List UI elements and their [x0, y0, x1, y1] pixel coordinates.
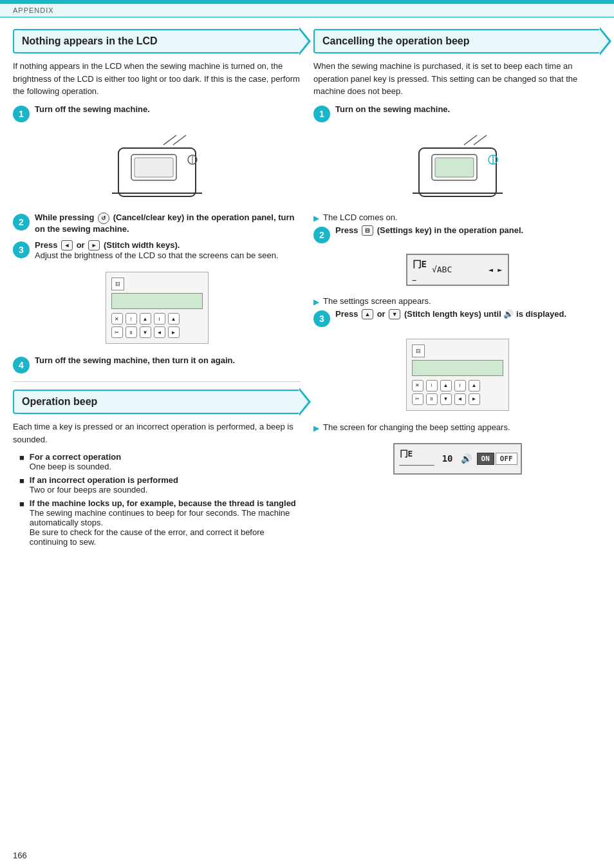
right-header-arrow-inner — [599, 29, 609, 53]
beep-display-icon: 冂E────────── — [400, 448, 434, 469]
btn-x: ✕ — [111, 313, 123, 325]
bullet-2: ■ If an incorrect operation is performed… — [19, 475, 301, 495]
beep-display-diagram: 冂E────────── 10 🔊 ON OFF — [313, 439, 601, 478]
panel-diagram: ⊟ ✕ ! ▲ I ▲ ✂ II ▼ ◄ ► — [13, 267, 301, 349]
right-section-title: Cancelling the operation beep — [322, 35, 469, 47]
right-key-icon: ► — [88, 240, 100, 250]
right-body-text: When the sewing machine is purchased, it… — [313, 60, 601, 98]
on-off-group: ON OFF — [477, 453, 517, 465]
left-key-icon: ◄ — [61, 240, 73, 250]
step-1-text: Turn off the sewing machine. — [35, 104, 150, 114]
arrow-tri-2: ▶ — [313, 297, 319, 307]
bullet-1-label: For a correct operation — [30, 452, 121, 462]
bullet-2-icon: ■ — [19, 476, 24, 486]
settings-screen-text: The settings screen appears. — [323, 296, 431, 306]
beep-number: 10 — [442, 453, 453, 464]
bullet-3-text: If the machine locks up, for example, be… — [30, 498, 301, 547]
right-column: Cancelling the operation beep When the s… — [313, 29, 601, 551]
btn-ii: II — [126, 326, 137, 338]
lcd-icon-2: 冂E_ — [413, 259, 427, 281]
step-3-text: Press ◄ or ► (Stitch width keys). Adjust… — [35, 240, 279, 261]
step-4: 4 Turn off the sewing machine, then turn… — [13, 355, 301, 373]
step-4-label: Turn off the sewing machine, then turn i… — [35, 355, 235, 365]
bullet-1-text: For a correct operation One beep is soun… — [30, 452, 121, 471]
rbtn-up: ▲ — [440, 380, 452, 392]
bullet-1-detail: One beep is sounded. — [30, 462, 111, 471]
beep-display-box: 冂E────────── 10 🔊 ON OFF — [393, 443, 522, 475]
bullet-1-icon: ■ — [19, 453, 24, 462]
right-step-3-circle: 3 — [313, 310, 330, 327]
lcd-display-diagram-2: 冂E_ √ABC ◄ ► — [313, 250, 601, 290]
arrow-tri-1: ▶ — [313, 214, 319, 223]
left-section-header: Nothing appears in the LCD — [13, 29, 301, 53]
right-panel-button-row-1: ✕ ! ▲ I ▲ — [412, 380, 503, 392]
right-step-1-text: Turn on the sewing machine. — [335, 104, 450, 114]
rbtn-right: ► — [469, 393, 480, 405]
btn-i: I — [154, 313, 165, 325]
right-section-header: Cancelling the operation beep — [313, 29, 601, 53]
on-button[interactable]: ON — [477, 453, 494, 465]
bullet-2-label: If an incorrect operation is performed — [30, 475, 178, 485]
beep-setting-text: The screen for changing the beep setting… — [323, 422, 510, 432]
beep-icon-inline: 🔊 — [503, 309, 514, 319]
step-2-text: While pressing ↺ (Cancel/clear key) in t… — [35, 212, 301, 234]
settings-screen-bullet: ▶ The settings screen appears. — [313, 296, 601, 307]
panel-button-row-2: ✂ II ▼ ◄ ► — [111, 326, 203, 338]
up-key-icon: ▲ — [362, 309, 373, 319]
lcd-text-2: √ABC — [432, 265, 452, 274]
btn-left: ◄ — [154, 326, 165, 338]
right-lcd-panel-box: ⊟ ✕ ! ▲ I ▲ ✂ II ▼ ◄ ► — [406, 339, 509, 411]
right-step-3-text: Press ▲ or ▼ (Stitch length keys) until … — [335, 309, 566, 320]
lcd-display-box-2: 冂E_ √ABC ◄ ► — [406, 254, 509, 286]
bullet-2-detail: Two or four beeps are sounded. — [30, 485, 148, 495]
left-section-title: Nothing appears in the LCD — [22, 35, 158, 47]
cancel-key-icon: ↺ — [98, 212, 109, 224]
page-number: 166 — [13, 851, 27, 860]
rbtn-x: ✕ — [412, 380, 423, 392]
right-step-2-circle: 2 — [313, 227, 330, 243]
step-2-circle: 2 — [13, 214, 30, 231]
bullet-1: ■ For a correct operation One beep is so… — [19, 452, 301, 471]
bullet-2-text: If an incorrect operation is performed T… — [30, 475, 178, 495]
right-step-2-text: Press ⊟ (Settings key) in the operation … — [335, 225, 523, 236]
step-3: 3 Press ◄ or ► (Stitch width keys). Adju… — [13, 240, 301, 261]
op-beep-arrow-inner — [299, 390, 308, 414]
step-4-circle: 4 — [13, 357, 30, 373]
bullet-3-detail-1: The sewing machine continues to beep for… — [30, 508, 290, 527]
machine-off-svg — [99, 129, 215, 206]
left-body-text: If nothing appears in the LCD when the s… — [13, 60, 301, 98]
panel-lcd-screen — [111, 293, 203, 309]
settings-key-icon: ⊟ — [362, 225, 373, 236]
off-button[interactable]: OFF — [496, 453, 517, 465]
op-beep-title: Operation beep — [22, 396, 97, 408]
lcd-arrows-2: ◄ ► — [488, 265, 503, 274]
rbtn-down: ▼ — [440, 393, 452, 405]
bullet-3-icon: ■ — [19, 499, 24, 509]
rbtn-i: I — [454, 380, 466, 392]
right-step-1: 1 Turn on the sewing machine. — [313, 104, 601, 122]
op-beep-body: Each time a key is pressed or an incorre… — [13, 420, 301, 446]
btn-up: ▲ — [140, 313, 151, 325]
right-panel-button-row-2: ✂ II ▼ ◄ ► — [412, 393, 503, 405]
step-1-label: Turn off the sewing machine. — [35, 104, 150, 114]
step-3-subtext: Adjust the brightness of the LCD so that… — [35, 250, 279, 260]
beep-icon: 🔊 — [461, 453, 472, 464]
right-panel-settings-icon: ⊟ — [412, 344, 425, 357]
btn-down: ▼ — [140, 326, 151, 338]
btn-up2: ▲ — [168, 313, 180, 325]
machine-off-diagram — [13, 129, 301, 206]
machine-on-diagram — [313, 129, 601, 206]
beep-setting-bullet: ▶ The screen for changing the beep setti… — [313, 422, 601, 433]
lcd-comes-on-bullet: ▶ The LCD comes on. — [313, 212, 601, 223]
rbtn-up2: ▲ — [469, 380, 480, 392]
panel-button-row-1: ✕ ! ▲ I ▲ — [111, 313, 203, 325]
header-arrow-inner — [299, 29, 308, 53]
step-2: 2 While pressing ↺ (Cancel/clear key) in… — [13, 212, 301, 234]
btn-right-arrow: ► — [168, 326, 180, 338]
divider — [13, 381, 301, 382]
step-1-circle: 1 — [13, 106, 30, 122]
page: APPENDIX Nothing appears in the LCD If n… — [0, 0, 614, 868]
appendix-label: APPENDIX — [13, 6, 54, 14]
lcd-comes-on-text: The LCD comes on. — [323, 212, 398, 222]
right-panel-lcd-screen — [412, 360, 503, 376]
